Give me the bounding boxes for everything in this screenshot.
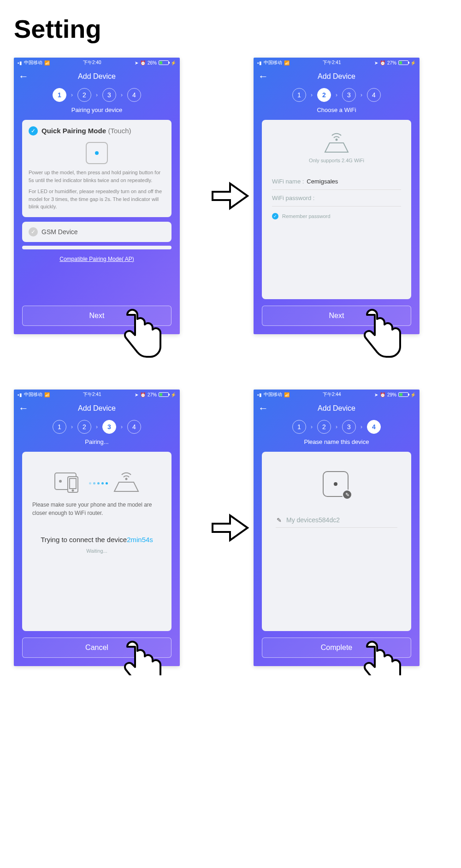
- nav-title: Add Device: [30, 404, 163, 413]
- help-text-1: Power up the model, then press and hold …: [29, 169, 165, 184]
- back-button[interactable]: ←: [18, 402, 30, 414]
- remember-password-toggle[interactable]: ✓ Remember password: [272, 213, 401, 219]
- screen-4: ▪▮ 中国移动 📶 下午2:44 ➤ ⏰ 29% ⚡ ← Add: [254, 390, 420, 666]
- nav-bar: ← Add Device: [254, 68, 420, 85]
- back-button[interactable]: ←: [258, 71, 270, 83]
- step-4[interactable]: 4: [367, 420, 381, 434]
- battery-pct: 27%: [387, 60, 396, 65]
- cancel-button[interactable]: Cancel: [22, 638, 171, 658]
- clock-label: 下午2:44: [323, 391, 341, 398]
- wifi-password-field[interactable]: WiFi password :: [272, 190, 401, 207]
- step-3[interactable]: 3: [102, 420, 116, 434]
- charging-icon: ⚡: [410, 392, 416, 397]
- remember-label: Remember password: [282, 213, 331, 219]
- pairing-note: Please make sure your phone and the mode…: [30, 501, 163, 517]
- step-4[interactable]: 4: [367, 88, 381, 102]
- step-1[interactable]: 1: [53, 88, 66, 102]
- battery-icon: [398, 392, 408, 397]
- device-icon[interactable]: ✎: [323, 471, 350, 499]
- nav-title: Add Device: [270, 72, 403, 81]
- stepper: 1› 2› 3› 4: [254, 420, 420, 434]
- step-3[interactable]: 3: [342, 420, 356, 434]
- clock-label: 下午2:40: [83, 59, 101, 66]
- signal-icon: ▪▮: [18, 60, 22, 65]
- wifi-icon: 📶: [284, 60, 290, 65]
- mode-title: Quick Pairing Mode: [41, 127, 106, 135]
- charging-icon: ⚡: [171, 60, 176, 65]
- svg-point-0: [336, 139, 337, 141]
- page-title: Setting: [14, 14, 447, 44]
- quick-pairing-card[interactable]: ✓ Quick Pairing Mode (Touch) Power up th…: [22, 120, 171, 217]
- wifi-name-value: Cemigsales: [307, 178, 338, 185]
- nav-title: Add Device: [270, 404, 403, 413]
- phone-tablet-icon: [53, 470, 85, 494]
- next-button[interactable]: Next: [22, 306, 171, 326]
- screen-3: ▪▮ 中国移动 📶 下午2:41 ➤ ⏰ 27% ⚡ ← Add: [14, 390, 180, 666]
- wifi-password-label: WiFi password :: [272, 195, 314, 201]
- mode-subtitle: (Touch): [108, 127, 131, 135]
- pairing-card: Please make sure your phone and the mode…: [22, 452, 171, 631]
- status-bar: ▪▮ 中国移动 📶 下午2:40 ➤ ⏰ 26% ⚡: [14, 58, 180, 68]
- screen-1: ▪▮ 中国移动 📶 下午2:40 ➤ ⏰ 26% ⚡ ← Add: [14, 58, 180, 334]
- step-1[interactable]: 1: [292, 420, 306, 434]
- step-subtitle: Choose a WiFi: [254, 106, 420, 113]
- location-icon: ➤: [374, 60, 378, 65]
- signal-icon: ▪▮: [257, 60, 262, 65]
- step-2[interactable]: 2: [77, 88, 91, 102]
- compatible-mode-link[interactable]: Compatible Pairing Mode( AP): [22, 256, 171, 262]
- gsm-label: GSM Device: [41, 228, 78, 236]
- alarm-icon: ⏰: [380, 60, 385, 65]
- stepper: 1› 2› 3› 4: [254, 88, 420, 102]
- signal-icon: ▪▮: [18, 392, 22, 397]
- check-icon: ✓: [29, 227, 38, 236]
- router-icon: [112, 470, 141, 494]
- carrier-label: 中国移动: [24, 391, 42, 398]
- router-icon: [320, 132, 353, 155]
- back-button[interactable]: ←: [258, 402, 270, 414]
- step-4[interactable]: 4: [127, 88, 141, 102]
- help-text-2: For LED or humidifier, please repeatedly…: [29, 188, 165, 211]
- step-3[interactable]: 3: [102, 88, 116, 102]
- charging-icon: ⚡: [410, 60, 416, 65]
- alarm-icon: ⏰: [140, 392, 146, 397]
- step-subtitle: Please name this device: [254, 438, 420, 445]
- status-bar: ▪▮ 中国移动 📶 下午2:41 ➤ ⏰ 27% ⚡: [254, 58, 420, 68]
- edit-icon[interactable]: ✎: [342, 490, 352, 500]
- step-2[interactable]: 2: [317, 420, 331, 434]
- step-1[interactable]: 1: [53, 420, 66, 434]
- wifi-name-label: WiFi name :: [272, 178, 304, 185]
- wifi-icon: 📶: [284, 392, 290, 397]
- location-icon: ➤: [374, 392, 378, 397]
- carrier-label: 中国移动: [264, 59, 282, 66]
- back-button[interactable]: ←: [18, 71, 30, 83]
- status-bar: ▪▮ 中国移动 📶 下午2:44 ➤ ⏰ 29% ⚡: [254, 390, 420, 400]
- charging-icon: ⚡: [171, 392, 176, 397]
- next-button[interactable]: Next: [262, 306, 411, 326]
- step-3[interactable]: 3: [342, 88, 356, 102]
- pairing-icon: [86, 142, 108, 164]
- arrow-right-icon: [207, 390, 254, 666]
- battery-pct: 27%: [148, 392, 157, 397]
- step-1[interactable]: 1: [292, 88, 306, 102]
- card-peek: [22, 246, 171, 249]
- complete-button[interactable]: Complete: [262, 638, 411, 658]
- supports-label: Only supports 2.4G WiFi: [272, 158, 401, 163]
- nav-title: Add Device: [30, 72, 163, 81]
- status-bar: ▪▮ 中国移动 📶 下午2:41 ➤ ⏰ 27% ⚡: [14, 390, 180, 400]
- wifi-name-field[interactable]: WiFi name : Cemigsales: [272, 173, 401, 190]
- battery-pct: 26%: [148, 60, 157, 65]
- gsm-device-card[interactable]: ✓ GSM Device: [22, 222, 171, 242]
- device-name-field[interactable]: ✎ My devices584dc2: [276, 513, 397, 528]
- step-2[interactable]: 2: [317, 88, 331, 102]
- location-icon: ➤: [135, 60, 138, 65]
- wifi-card: Only supports 2.4G WiFi WiFi name : Cemi…: [262, 120, 411, 299]
- location-icon: ➤: [135, 392, 138, 397]
- svg-point-6: [125, 478, 127, 480]
- name-device-card: ✎ ✎ My devices584dc2: [262, 452, 411, 631]
- pen-icon: ✎: [277, 517, 282, 524]
- step-4[interactable]: 4: [127, 420, 141, 434]
- battery-icon: [159, 392, 169, 397]
- step-2[interactable]: 2: [77, 420, 91, 434]
- progress-dots: [88, 478, 109, 486]
- battery-icon: [159, 60, 169, 65]
